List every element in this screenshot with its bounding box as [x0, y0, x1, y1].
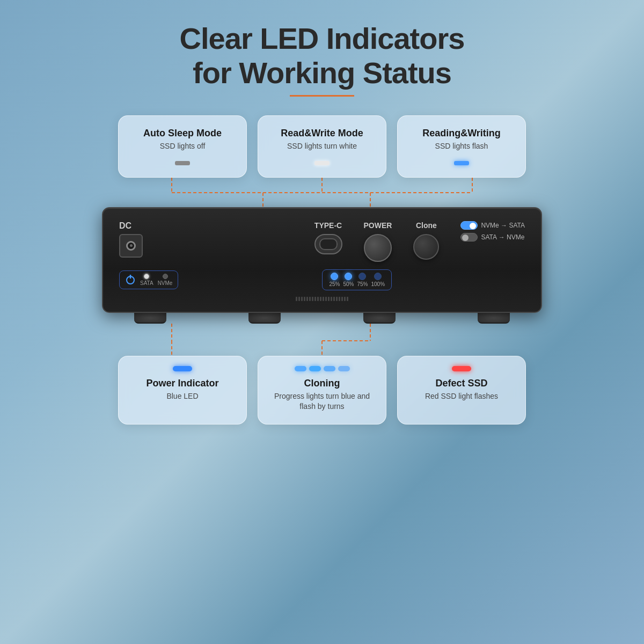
title-line1: Clear LED Indicators — [180, 21, 465, 55]
card-auto-sleep-title: Auto Sleep Mode — [134, 128, 231, 139]
power-button[interactable] — [364, 234, 392, 262]
card-read-write-led — [314, 161, 330, 165]
power-led-icon — [125, 274, 136, 285]
card-read-write: Read&Write Mode SSD lights turn white — [258, 115, 386, 178]
prog-led-25-light — [331, 273, 338, 280]
progress-led-100: 100% — [371, 273, 385, 287]
progress-led-50: 50% — [343, 273, 354, 287]
prog-pct-25: 25% — [329, 281, 340, 287]
title-underline — [290, 95, 354, 97]
clon-led-4 — [338, 366, 350, 371]
nvme-led-label: NVMe — [158, 280, 173, 286]
defect-ssd-subtitle: Red SSD light flashes — [411, 391, 513, 402]
progress-led-75: 75% — [357, 273, 368, 287]
card-read-write-title: Read&Write Mode — [273, 128, 371, 139]
dc-port-dot — [130, 244, 133, 247]
nvme-to-sata-row: NVMe → SATA — [460, 221, 525, 230]
foot-right — [478, 313, 510, 324]
clon-led-2 — [309, 366, 321, 371]
card-reading-writing-led — [454, 161, 469, 165]
bottom-connector-lines — [102, 324, 542, 356]
card-cloning: Cloning Progress lights turn blue and fl… — [258, 356, 386, 425]
nvme-led-col: NVMe — [158, 274, 173, 286]
dc-label: DC — [119, 221, 131, 231]
cloning-title: Cloning — [271, 378, 373, 389]
dc-port[interactable] — [119, 234, 143, 258]
prog-led-50-light — [345, 273, 352, 280]
typec-port[interactable] — [314, 234, 342, 254]
foot-left — [134, 313, 166, 324]
prog-pct-75: 75% — [357, 281, 368, 287]
toggle-nvme-sata[interactable] — [460, 221, 478, 230]
card-reading-writing: Reading&Writing SSD lights flash — [397, 115, 526, 178]
sata-led-col: SATA — [140, 274, 153, 286]
sata-led — [144, 274, 149, 279]
prog-led-75-light — [358, 273, 366, 280]
bottom-cards-container: Power Indicator Blue LED Cloning Progres… — [118, 356, 526, 425]
toggle-sata-nvme[interactable] — [460, 233, 478, 241]
device-vents — [119, 297, 525, 301]
device-feet — [102, 313, 542, 324]
clone-button[interactable] — [413, 234, 439, 260]
clon-led-1 — [295, 366, 306, 371]
page-layout: Clear LED Indicators for Working Status … — [32, 21, 612, 425]
progress-led-container: 25% 50% 75% 100% — [322, 269, 392, 290]
sata-led-label: SATA — [140, 280, 153, 286]
dc-port-inner — [126, 241, 136, 251]
card-reading-writing-title: Reading&Writing — [413, 128, 510, 139]
typec-port-inner — [319, 238, 338, 250]
card-auto-sleep: Auto Sleep Mode SSD lights off — [118, 115, 247, 178]
power-indicator-led — [173, 366, 192, 371]
typec-section: TYPE-C — [314, 221, 342, 254]
device-body: DC TYPE-C — [102, 207, 542, 313]
sata-to-nvme-row: SATA → NVMe — [460, 233, 525, 241]
card-defect-ssd: Defect SSD Red SSD light flashes — [397, 356, 526, 425]
nvme-led — [163, 274, 168, 279]
foot-center-left — [248, 313, 281, 324]
device-region: DC TYPE-C — [102, 207, 542, 324]
foot-center-right — [363, 313, 396, 324]
card-power-indicator: Power Indicator Blue LED — [118, 356, 247, 425]
dc-section: DC — [119, 221, 143, 258]
progress-led-25: 25% — [329, 273, 340, 287]
clone-section: Clone — [413, 221, 439, 260]
cloning-subtitle: Progress lights turn blue and flash by t… — [271, 391, 373, 412]
typec-label: TYPE-C — [314, 221, 342, 230]
prog-pct-100: 100% — [371, 281, 385, 287]
power-indicator-subtitle: Blue LED — [131, 391, 233, 402]
power-label: POWER — [364, 221, 392, 230]
clone-label: Clone — [416, 221, 437, 230]
clon-led-3 — [324, 366, 335, 371]
power-indicator-title: Power Indicator — [131, 378, 233, 389]
prog-led-100-light — [374, 273, 382, 280]
top-connector-lines — [102, 178, 542, 207]
nvme-to-sata-label: NVMe → SATA — [481, 222, 525, 229]
cloning-leds — [271, 366, 373, 371]
card-reading-writing-subtitle: SSD lights flash — [413, 142, 510, 150]
sata-to-nvme-label: SATA → NVMe — [481, 233, 524, 241]
prog-pct-50: 50% — [343, 281, 354, 287]
defect-ssd-led — [452, 366, 471, 371]
card-auto-sleep-subtitle: SSD lights off — [134, 142, 231, 150]
power-section: POWER — [364, 221, 392, 262]
card-read-write-subtitle: SSD lights turn white — [273, 142, 371, 150]
top-cards-container: Auto Sleep Mode SSD lights off Read&Writ… — [118, 115, 526, 178]
page-title: Clear LED Indicators for Working Status — [180, 21, 465, 91]
nvme-toggle-section: NVMe → SATA SATA → NVMe — [460, 221, 525, 241]
card-auto-sleep-led — [175, 161, 190, 165]
defect-ssd-title: Defect SSD — [411, 378, 513, 389]
title-line2: for Working Status — [193, 56, 451, 90]
